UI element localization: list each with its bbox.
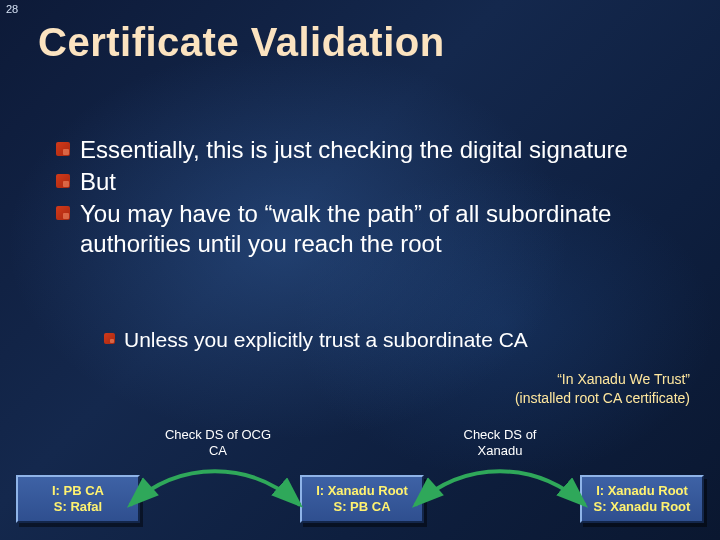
cert-issuer: I: PB CA xyxy=(52,483,104,499)
bullet-list-level1: Essentially, this is just checking the d… xyxy=(56,135,676,261)
cert-subject: S: PB CA xyxy=(333,499,390,515)
slide-title: Certificate Validation xyxy=(38,20,445,65)
cert-issuer: I: Xanadu Root xyxy=(596,483,688,499)
trust-caption: “In Xanadu We Trust” (installed root CA … xyxy=(515,370,690,408)
bullet-item: You may have to “walk the path” of all s… xyxy=(56,199,676,259)
bullet-text: Essentially, this is just checking the d… xyxy=(80,135,628,165)
bullet-icon xyxy=(56,206,70,220)
bullet-item: Essentially, this is just checking the d… xyxy=(56,135,676,165)
bullet-text: You may have to “walk the path” of all s… xyxy=(80,199,676,259)
page-number: 28 xyxy=(6,3,18,15)
arrow-label: Check DS of Xanadu xyxy=(440,427,560,458)
bullet-icon xyxy=(104,333,115,344)
arrow-icon xyxy=(110,455,320,525)
bullet-icon xyxy=(56,174,70,188)
bullet-text: But xyxy=(80,167,116,197)
bullet-text: Unless you explicitly trust a subordinat… xyxy=(124,327,528,353)
arrow-label: Check DS of OCG CA xyxy=(158,427,278,458)
bullet-icon xyxy=(56,142,70,156)
bullet-item: Unless you explicitly trust a subordinat… xyxy=(104,327,664,353)
cert-subject: S: Xanadu Root xyxy=(594,499,691,515)
cert-subject: S: Rafal xyxy=(54,499,102,515)
trust-caption-line: (installed root CA certificate) xyxy=(515,389,690,408)
arrow-icon xyxy=(395,455,605,525)
bullet-list-level2: Unless you explicitly trust a subordinat… xyxy=(104,327,664,355)
bullet-item: But xyxy=(56,167,676,197)
trust-caption-line: “In Xanadu We Trust” xyxy=(515,370,690,389)
